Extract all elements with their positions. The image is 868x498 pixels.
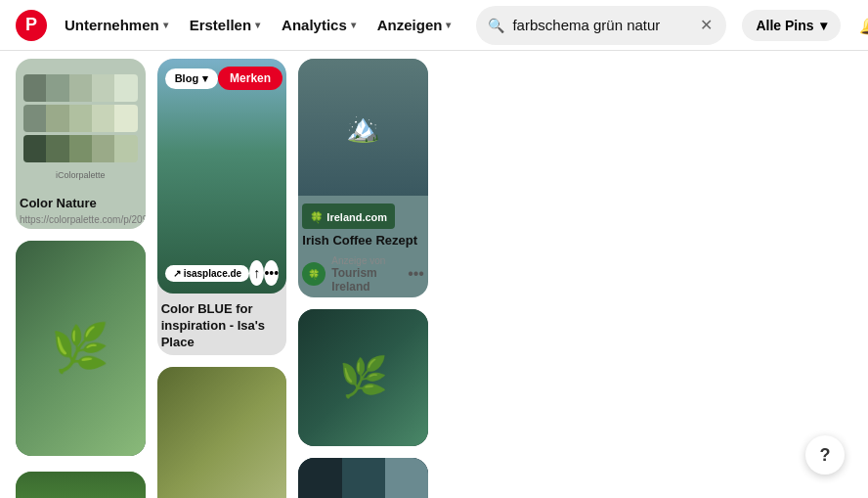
pin-card[interactable]: 🏔️ 🍀 Ireland.com Irish Coffee Rezept 🍀 A… xyxy=(298,59,428,297)
header-icons: 🔔 💬 🔍 xyxy=(852,8,868,43)
more-button[interactable]: ••• xyxy=(264,260,279,286)
search-bar: 🔍 ✕ xyxy=(476,6,726,45)
pin-author: Anzeige von Tourism Ireland xyxy=(331,255,402,294)
chevron-down-icon: ▾ xyxy=(820,18,827,33)
pinterest-logo[interactable]: P xyxy=(16,10,47,41)
pin-card[interactable]: IN COLORBALANCE IN COLOR BALANCE | Подбо… xyxy=(157,367,287,498)
main-nav: Unternehmen ▾ Erstellen ▾ Analytics ▾ An… xyxy=(55,11,460,39)
search-input[interactable] xyxy=(512,17,698,33)
chevron-down-icon: ▾ xyxy=(351,20,356,30)
pin-card[interactable]: 🌿 xyxy=(16,241,146,456)
nav-anzeigen[interactable]: Anzeigen ▾ xyxy=(368,11,461,39)
pin-card[interactable]: Smart Home - Lifestyle im Wandel der Zei… xyxy=(298,458,428,498)
nav-analytics[interactable]: Analytics ▾ xyxy=(272,11,366,39)
share-button[interactable]: ↑ xyxy=(249,260,264,286)
blog-label: Blog xyxy=(175,72,198,84)
search-clear-button[interactable]: ✕ xyxy=(698,14,715,36)
pin-card[interactable]: iColorpalette Color Nature https://color… xyxy=(16,59,146,229)
main-header: P Unternehmen ▾ Erstellen ▾ Analytics ▾ … xyxy=(0,0,868,51)
author-avatar: 🍀 xyxy=(302,262,326,286)
pin-meta: 🍀 Anzeige von Tourism Ireland ••• xyxy=(302,255,424,294)
pin-title: Color Nature xyxy=(20,196,142,212)
main-content: iColorpalette Color Nature https://color… xyxy=(0,51,868,498)
chevron-down-icon: ▾ xyxy=(446,20,451,30)
pin-info: Color Nature https://colorpalette.com/p/… xyxy=(16,188,146,229)
help-button[interactable]: ? xyxy=(805,435,845,475)
pin-info: Color BLUE for inspiration - Isa's Place xyxy=(157,294,287,355)
pin-title: Color BLUE for inspiration - Isa's Place xyxy=(161,301,283,351)
merken-button[interactable]: Merken xyxy=(218,67,282,90)
pin-title: Irish Coffee Rezept xyxy=(302,233,424,249)
notification-button[interactable]: 🔔 xyxy=(852,8,868,43)
search-icon: 🔍 xyxy=(488,18,504,33)
pin-card[interactable]: Blog ▾ Merken ↗ isasplace.de ↑ ••• xyxy=(157,59,287,355)
pin-card[interactable]: 🌿 xyxy=(298,309,428,446)
nav-erstellen[interactable]: Erstellen ▾ xyxy=(180,11,270,39)
pin-card[interactable]: IN COLORBALANCE IN COLOR BALANCE | Подбо… xyxy=(16,472,146,498)
pin-info: 🍀 Ireland.com Irish Coffee Rezept 🍀 Anze… xyxy=(298,196,428,297)
pin-url: https://colorpalette.com/p/209141 xyxy=(20,214,142,225)
nav-unternehmen[interactable]: Unternehmen ▾ xyxy=(55,11,178,39)
chevron-down-icon: ▾ xyxy=(202,72,208,85)
chevron-down-icon: ▾ xyxy=(255,20,260,30)
pin-more-button[interactable]: ••• xyxy=(408,265,424,283)
external-link-icon: ↗ xyxy=(173,268,181,279)
filter-button[interactable]: Alle Pins ▾ xyxy=(742,10,840,41)
pin-grid: iColorpalette Color Nature https://color… xyxy=(16,59,852,498)
chevron-down-icon: ▾ xyxy=(163,20,168,30)
